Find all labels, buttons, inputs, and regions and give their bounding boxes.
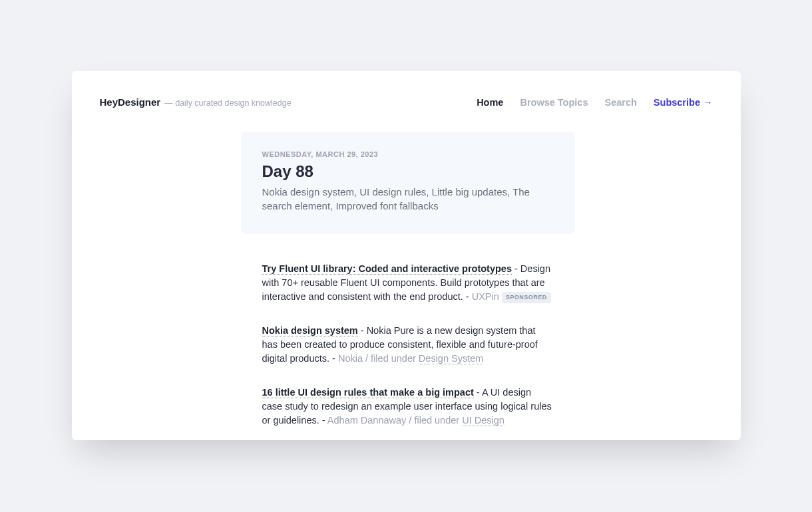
post-source: Adham Dannaway [327,415,407,426]
brand: HeyDesigner — daily curated design knowl… [100,96,292,108]
hero-title: Day 88 [262,162,554,181]
post-item: Try Fluent UI library: Coded and interac… [262,262,554,304]
post-title-link[interactable]: Try Fluent UI library: Coded and interac… [262,263,512,275]
header: HeyDesigner — daily curated design knowl… [72,71,741,108]
posts-list: Try Fluent UI library: Coded and interac… [241,262,575,440]
post-item: 16 little UI design rules that make a bi… [262,386,554,428]
hero-date: WEDNESDAY, MARCH 29, 2023 [262,150,554,158]
post-category-link[interactable]: Design System [419,353,484,364]
nav-browse-topics[interactable]: Browse Topics [520,97,588,108]
post-category-link[interactable]: UI Design [462,415,505,426]
brand-tagline: — daily curated design knowledge [164,98,291,108]
nav-search[interactable]: Search [604,97,636,108]
post-title-link[interactable]: Nokia design system [262,325,358,336]
hero-panel: WEDNESDAY, MARCH 29, 2023 Day 88 Nokia d… [241,132,575,234]
post-filed-label: / filed under [363,353,419,364]
brand-name[interactable]: HeyDesigner [100,96,161,108]
post-item: Nokia design system - Nokia Pure is a ne… [262,324,554,366]
nav-subscribe[interactable]: Subscribe → [654,97,713,108]
post-source: Nokia [338,353,363,364]
nav: Home Browse Topics Search Subscribe → [477,97,712,108]
page-card: HeyDesigner — daily curated design knowl… [72,71,741,440]
post-source: UXPin [472,291,499,302]
post-title-link[interactable]: 16 little UI design rules that make a bi… [262,387,474,398]
post-filed-label: / filed under [406,415,462,426]
nav-home[interactable]: Home [477,97,503,108]
content: WEDNESDAY, MARCH 29, 2023 Day 88 Nokia d… [241,108,575,440]
hero-subtitle: Nokia design system, UI design rules, Li… [262,185,554,213]
sponsored-badge: SPONSORED [502,292,551,303]
